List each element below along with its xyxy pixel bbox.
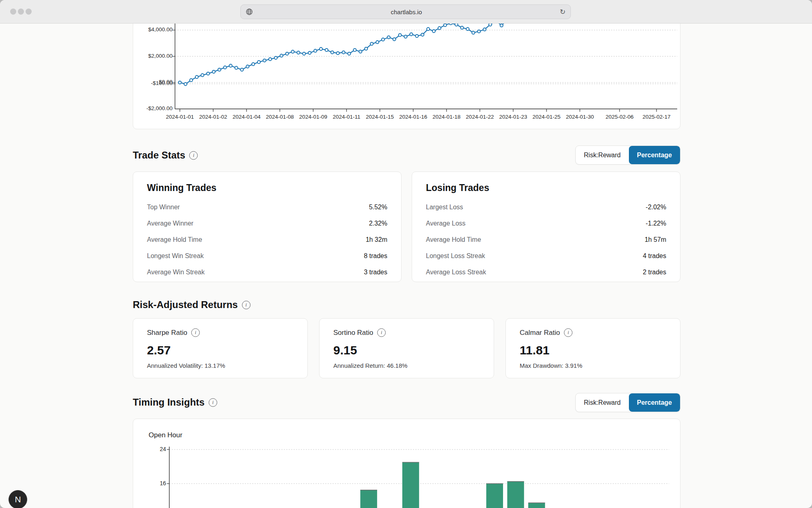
reload-icon[interactable]: ↻ xyxy=(560,9,566,15)
toggle-percentage[interactable]: Percentage xyxy=(629,393,680,412)
open-hour-bar-chart xyxy=(133,419,681,508)
window-minimize-button[interactable] xyxy=(18,9,24,15)
toggle-risk-reward[interactable]: Risk:Reward xyxy=(576,146,629,164)
info-icon[interactable] xyxy=(191,328,200,337)
axis-tick-label: 2024-01-30 xyxy=(557,114,602,120)
risk-adjusted-title: Risk-Adjusted Returns xyxy=(133,299,238,310)
axis-tick-label: $4,000.00 xyxy=(134,26,173,33)
toggle-percentage[interactable]: Percentage xyxy=(629,146,680,164)
sharpe-ratio-label: Sharpe Ratio xyxy=(147,329,187,337)
stat-row: Average Winner2.32% xyxy=(147,215,387,232)
info-icon[interactable] xyxy=(564,328,572,337)
stat-row: Largest Loss-2.02% xyxy=(426,199,666,215)
winning-trades-card: Winning Trades Top Winner5.52% Average W… xyxy=(133,172,402,282)
browser-chrome: chartlabs.io ↻ xyxy=(0,0,812,24)
n-dev-badge-icon[interactable]: N xyxy=(9,490,27,508)
axis-tick-label: -$100.00 xyxy=(134,80,173,86)
open-hour-card: Open Hour 2416 xyxy=(133,419,680,508)
winning-trades-title: Winning Trades xyxy=(147,182,387,193)
toggle-risk-reward[interactable]: Risk:Reward xyxy=(576,393,629,412)
address-bar[interactable]: chartlabs.io ↻ xyxy=(240,4,571,19)
axis-tick-label: 2025-02-17 xyxy=(634,114,679,120)
trade-stats-title: Trade Stats xyxy=(133,150,185,161)
sortino-ratio-subtitle: Annualized Return: 46.18% xyxy=(333,362,480,369)
calmar-ratio-value: 11.81 xyxy=(520,343,666,357)
sharpe-ratio-subtitle: Annualized Volatility: 13.17% xyxy=(147,362,294,369)
timing-insights-title: Timing Insights xyxy=(133,397,205,408)
losing-trades-title: Losing Trades xyxy=(426,182,666,193)
stat-row: Average Hold Time1h 32m xyxy=(147,232,387,248)
axis-tick-label: 16 xyxy=(150,480,166,486)
stat-row: Average Hold Time1h 57m xyxy=(426,232,666,248)
trade-stats-unit-toggle: Risk:Reward Percentage xyxy=(575,145,680,165)
info-icon[interactable] xyxy=(209,398,217,407)
axis-tick-label: 24 xyxy=(150,446,166,452)
axis-tick-label: $2,000.00 xyxy=(134,53,173,59)
sortino-ratio-card: Sortino Ratio 9.15 Annualized Return: 46… xyxy=(319,318,494,378)
timing-unit-toggle: Risk:Reward Percentage xyxy=(575,393,680,412)
info-icon[interactable] xyxy=(189,151,198,160)
browser-window: $4,000.00$2,000.00$0.00-$100.00-$2,000.0… xyxy=(0,0,812,508)
stat-row: Average Loss-1.22% xyxy=(426,215,666,232)
sharpe-ratio-card: Sharpe Ratio 2.57 Annualized Volatility:… xyxy=(133,318,308,378)
stat-row: Longest Loss Streak4 trades xyxy=(426,248,666,264)
info-icon[interactable] xyxy=(377,328,386,337)
globe-icon xyxy=(246,8,253,15)
stat-row: Longest Win Streak8 trades xyxy=(147,248,387,264)
sharpe-ratio-value: 2.57 xyxy=(147,343,294,357)
axis-tick-label: -$2,000.00 xyxy=(134,105,173,111)
url-text: chartlabs.io xyxy=(253,9,560,15)
losing-trades-card: Losing Trades Largest Loss-2.02% Average… xyxy=(412,172,680,282)
calmar-ratio-label: Calmar Ratio xyxy=(520,329,560,337)
stat-row: Top Winner5.52% xyxy=(147,199,387,215)
n-badge-letter: N xyxy=(15,495,21,504)
window-zoom-button[interactable] xyxy=(26,9,32,15)
sortino-ratio-label: Sortino Ratio xyxy=(333,329,373,337)
window-close-button[interactable] xyxy=(10,9,16,15)
stat-row: Average Loss Streak2 trades xyxy=(426,264,666,280)
sortino-ratio-value: 9.15 xyxy=(333,343,480,357)
stat-row: Average Win Streak3 trades xyxy=(147,264,387,280)
info-icon[interactable] xyxy=(242,301,251,309)
calmar-ratio-subtitle: Max Drawdown: 3.91% xyxy=(520,362,666,369)
calmar-ratio-card: Calmar Ratio 11.81 Max Drawdown: 3.91% xyxy=(505,318,680,378)
